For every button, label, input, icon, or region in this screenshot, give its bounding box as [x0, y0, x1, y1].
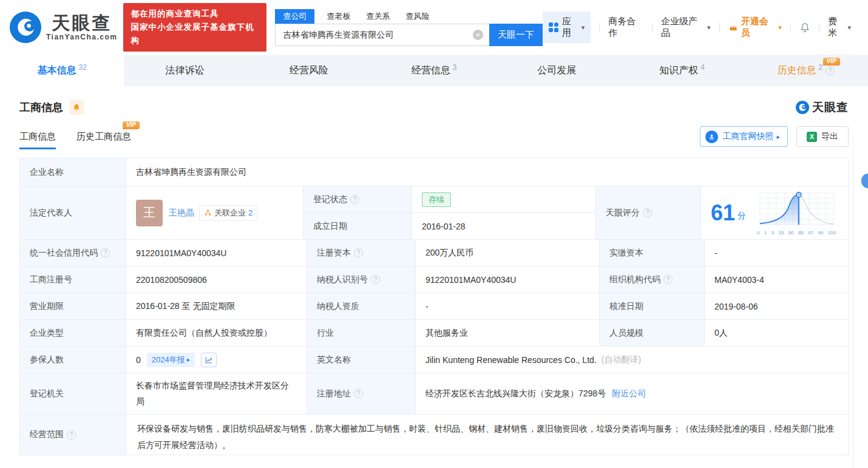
clear-search-icon[interactable]: ✕	[473, 30, 483, 40]
field-label: 注册资本 ?	[307, 240, 416, 266]
search-tabs: 查公司 查老板 查关系 查风险	[275, 8, 543, 24]
establish-date-value: 2016-01-28	[412, 213, 595, 239]
reg-capital-value: 200万人民币	[416, 240, 600, 266]
legal-rep-link[interactable]: 王艳晶	[169, 208, 194, 219]
vip-badge: VIP	[123, 121, 140, 129]
paid-capital-value: -	[705, 240, 848, 266]
legal-rep-avatar[interactable]: 王	[136, 200, 163, 226]
field-label: 纳税人识别号 ?	[307, 266, 416, 293]
vip-badge: VIP	[823, 58, 840, 66]
related-companies-badge[interactable]: 关联企业 2	[199, 205, 257, 221]
arrow-right-icon: ▸	[776, 133, 780, 141]
chevron-down-icon: ▾	[848, 24, 852, 32]
question-icon[interactable]: ?	[371, 275, 380, 284]
search-area: 查公司 查老板 查关系 查风险 ✕ 天眼一下	[275, 8, 543, 46]
subtab-business-registration[interactable]: 工商信息	[19, 131, 56, 149]
header: 天眼查 TianYanCha.com 都在用的商业查询工具 国家中小企业发展子基…	[0, 0, 868, 55]
question-icon[interactable]: ?	[350, 195, 359, 204]
excel-icon: X	[807, 132, 817, 142]
field-label: 经营范围 ?	[20, 415, 126, 455]
arrow-right-icon: ▸	[187, 356, 191, 364]
table-row: 参保人数 0 2024年报 ▸ 英文名称 Jilin Kunteng Renew…	[20, 347, 848, 373]
tab-intellectual-property[interactable]: 知识产权4	[620, 55, 744, 86]
score-distribution-chart: 0131550859799100	[754, 191, 838, 236]
notification-bell-icon[interactable]	[799, 22, 810, 33]
insured-trend-button[interactable]	[201, 353, 217, 367]
chevron-down-icon: ▾	[778, 24, 782, 32]
search-tab-relation[interactable]: 查关系	[366, 9, 390, 24]
main-content: 工商信息 天眼查 工商信息 VIP 历史工商信息	[0, 86, 868, 455]
page: 天眼查 TianYanCha.com 都在用的商业查询工具 国家中小企业发展子基…	[0, 0, 868, 468]
question-icon[interactable]: ?	[826, 66, 835, 75]
table-row: 工商注册号 220108200509806 纳税人识别号 ? 91220101M…	[20, 266, 848, 293]
tab-company-development[interactable]: 公司发展	[496, 55, 620, 86]
field-label: 天眼评分 ?	[596, 186, 701, 239]
tab-business-info[interactable]: 经营信息3	[372, 55, 496, 86]
field-label: 纳税人资质	[307, 293, 416, 319]
user-menu[interactable]: 费米 ▾	[828, 16, 851, 39]
question-icon[interactable]: ?	[354, 248, 363, 257]
enterprise-products-menu[interactable]: 企业级产品 ▾	[661, 16, 710, 39]
search-tab-boss[interactable]: 查老板	[327, 9, 350, 24]
org-chart-icon	[204, 209, 212, 217]
field-label: 人员规模	[600, 320, 705, 346]
subscribe-bell-button[interactable]	[69, 100, 84, 115]
apps-menu[interactable]: 应用 ▾	[543, 12, 591, 43]
field-label: 营业期限	[20, 293, 126, 319]
annual-report-badge[interactable]: 2024年报 ▸	[147, 353, 195, 367]
subtab-history-registration[interactable]: VIP 历史工商信息	[76, 131, 131, 149]
tianyancha-logo-icon	[10, 12, 41, 43]
field-label: 法定代表人	[20, 186, 126, 239]
business-cooperation-link[interactable]: 商务合作	[608, 16, 643, 39]
promo-line-1: 都在用的商业查询工具	[131, 7, 259, 21]
table-row: 法定代表人 王 王艳晶 关联企业 2 登记状态 ?	[20, 186, 848, 240]
tab-legal-proceedings[interactable]: 法律诉讼	[124, 55, 248, 86]
open-vip-menu[interactable]: 开通会员 ▾	[728, 16, 782, 39]
question-icon[interactable]: ?	[663, 275, 673, 284]
search-tab-risk[interactable]: 查风险	[405, 9, 429, 24]
search-input[interactable]	[283, 30, 473, 40]
question-icon[interactable]: ?	[643, 208, 652, 217]
apps-grid-icon	[549, 22, 558, 32]
trend-chart-icon	[205, 356, 213, 364]
section-watermark-logo: 天眼查	[796, 100, 849, 115]
taxpayer-id-value: 91220101MA0Y40034U	[416, 266, 600, 293]
chevron-down-icon: ▾	[707, 24, 711, 32]
tab-operational-risk[interactable]: 经营风险	[248, 55, 372, 86]
official-snapshot-button[interactable]: 工商官网快照 ▸	[700, 126, 788, 147]
promo-banner: 都在用的商业查询工具 国家中小企业发展子基金旗下机构	[123, 3, 266, 52]
search-tab-company[interactable]: 查公司	[275, 9, 314, 24]
nearby-companies-link[interactable]: 附近公司	[612, 388, 646, 399]
question-icon[interactable]: ?	[101, 248, 110, 257]
brand-domain: TianYanCha.com	[46, 33, 117, 41]
taxpayer-quality-value: -	[416, 293, 600, 319]
company-tab-bar: 基本信息32 法律诉讼 经营风险 经营信息3 公司发展 知识产权4 VIP 历史…	[0, 55, 868, 86]
question-icon[interactable]: ?	[354, 389, 363, 398]
approval-date-value: 2019-08-06	[705, 293, 848, 319]
export-button[interactable]: X 导出	[796, 126, 849, 147]
search-button[interactable]: 天眼一下	[489, 24, 543, 46]
field-label: 企业名称	[20, 158, 126, 186]
registry-value: 长春市市场监督管理局经济技术开发区分局	[126, 373, 307, 414]
insured-count-value: 0	[136, 355, 141, 365]
site-logo[interactable]: 天眼查 TianYanCha.com	[10, 12, 117, 43]
address-value: 经济开发区长吉北线兴隆大街（安龙泉）7298号	[426, 388, 606, 399]
field-label: 核准日期	[600, 293, 705, 319]
brand-name: 天眼查	[46, 13, 117, 33]
tianyan-score[interactable]: 61 分	[711, 202, 746, 224]
stamp-icon	[705, 131, 718, 143]
table-row: 营业期限 2016-01-28 至 无固定期限 纳税人资质 - 核准日期 201…	[20, 293, 848, 320]
field-label: 统一社会信用代码 ?	[20, 240, 126, 266]
question-icon[interactable]: ?	[67, 430, 76, 439]
business-info-table: 企业名称 吉林省坤腾再生资源有限公司 法定代表人 王 王艳晶 关联企业 2	[19, 158, 849, 455]
industry-value: 其他服务业	[416, 320, 600, 346]
crown-icon	[728, 22, 738, 33]
tab-basic-info[interactable]: 基本信息32	[0, 55, 124, 86]
field-label: 注册地址 ?	[307, 373, 416, 414]
field-label: 组织机构代码 ?	[600, 266, 705, 293]
table-row: 企业类型 有限责任公司（自然人投资或控股） 行业 其他服务业 人员规模 0人	[20, 320, 848, 347]
tab-history-info[interactable]: VIP 历史信息2 ?	[744, 55, 868, 86]
company-name-value: 吉林省坤腾再生资源有限公司	[126, 158, 848, 186]
field-label: 登记机关	[20, 373, 126, 414]
username: 费米	[828, 16, 846, 39]
